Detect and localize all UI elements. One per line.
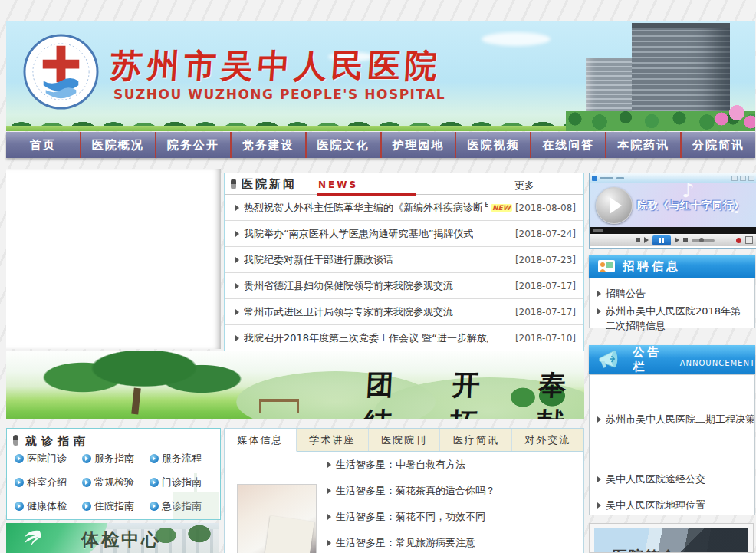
article-item[interactable]: 生活智多星：菊花茶真的适合你吗？ bbox=[327, 478, 577, 504]
player-seekbar[interactable] bbox=[590, 227, 756, 234]
next-icon[interactable] bbox=[675, 237, 679, 243]
news-item[interactable]: 我院召开2018年度第三次党委工作会议 暨“进一步解放思想 [2018-07-1… bbox=[225, 325, 583, 351]
news-title: 医院新闻 bbox=[242, 177, 297, 192]
nav-item-pharmacy[interactable]: 本院药讯 bbox=[605, 132, 680, 158]
window-minimize-icon[interactable] bbox=[731, 176, 738, 181]
guide-item-departments[interactable]: 科室介绍 bbox=[15, 476, 82, 489]
nav-item-party[interactable]: 党务建设 bbox=[230, 132, 305, 158]
article-list: 生活智多星：中暑自救有方法 生活智多星：菊花茶真的适合你吗？ 生活智多星：菊花不… bbox=[327, 452, 577, 553]
nav-item-affairs[interactable]: 院务公开 bbox=[155, 132, 230, 158]
circle-arrow-icon bbox=[150, 502, 159, 511]
news-link[interactable]: 我院举办“南京医科大学医患沟通研究基地”揭牌仪式 bbox=[244, 227, 473, 241]
news-date: [2018-07-23] bbox=[515, 255, 576, 265]
guide-link[interactable]: 住院指南 bbox=[94, 499, 134, 513]
news-more-link[interactable]: 更多 bbox=[514, 179, 534, 193]
previous-icon[interactable] bbox=[644, 237, 649, 243]
news-link[interactable]: 热烈祝贺大外科主任陈革华主编的《新编外科疾病诊断与治 bbox=[244, 201, 488, 215]
settings-icon[interactable] bbox=[745, 236, 753, 244]
recruitment-link[interactable]: 苏州市吴中人民医院2018年第二次招聘信息 bbox=[606, 304, 750, 333]
announcement-link[interactable]: 苏州市吴中人民医院二期工程决策事 bbox=[606, 412, 754, 426]
news-date: [2018-08-08] bbox=[515, 202, 576, 213]
guide-link[interactable]: 服务流程 bbox=[162, 452, 202, 466]
news-item[interactable]: 我院纪委对新任干部进行廉政谈话 [2018-07-23] bbox=[225, 247, 583, 273]
announcement-subtitle: ANNOUNCEMENT bbox=[680, 359, 755, 367]
article-link[interactable]: 生活智多星：菊花茶真的适合你吗？ bbox=[336, 484, 495, 498]
nav-item-qa[interactable]: 在线问答 bbox=[530, 132, 605, 158]
announcement-link[interactable]: 吴中人民医院途经公交 bbox=[606, 472, 705, 486]
recruitment-link[interactable]: 招聘公告 bbox=[606, 286, 646, 301]
news-link[interactable]: 我院召开2018年度第三次党委工作会议 暨“进一步解放思想 bbox=[244, 331, 488, 345]
playlist-icon[interactable] bbox=[683, 238, 688, 242]
guide-item-outpatient[interactable]: 医院门诊 bbox=[15, 452, 82, 466]
guide-item-service-guide[interactable]: 服务指南 bbox=[82, 452, 150, 466]
tab-hospital-journal[interactable]: 医院院刊 bbox=[369, 429, 441, 451]
news-item[interactable]: 常州市武进区卫计局领导专家前来我院参观交流 [2018-07-17] bbox=[225, 299, 583, 325]
article-item[interactable]: 生活智多星：菊花不同，功效不同 bbox=[327, 504, 577, 530]
tab-external-exchange[interactable]: 对外交流 bbox=[512, 429, 583, 451]
recruitment-item[interactable]: 苏州市吴中人民医院2018年第二次招聘信息 bbox=[590, 304, 754, 333]
news-item[interactable]: 我院举办“南京医科大学医患沟通研究基地”揭牌仪式 [2018-07-24] bbox=[225, 221, 583, 247]
window-close-icon[interactable] bbox=[748, 176, 754, 181]
pause-button[interactable] bbox=[652, 235, 671, 245]
news-item[interactable]: 热烈祝贺大外科主任陈革华主编的《新编外科疾病诊断与治 NEW [2018-08-… bbox=[225, 195, 583, 221]
guide-item-lab-tests[interactable]: 常规检验 bbox=[82, 476, 150, 489]
bird-icon bbox=[18, 528, 41, 548]
guide-link[interactable]: 常规检验 bbox=[94, 476, 134, 489]
new-badge: NEW bbox=[491, 204, 512, 212]
news-link[interactable]: 我院纪委对新任干部进行廉政谈话 bbox=[244, 253, 393, 267]
guide-item-inpatient-guide[interactable]: 住院指南 bbox=[82, 499, 150, 513]
guide-item-service-flow[interactable]: 服务流程 bbox=[150, 452, 217, 466]
nav-item-branch[interactable]: 分院简讯 bbox=[680, 132, 755, 158]
announcement-item[interactable]: 苏州市吴中人民医院二期工程决策事 bbox=[590, 412, 754, 426]
page: 苏州市吴中人民医院 SUZHOU WUZHONG PEOPLE'S HOSPIT… bbox=[0, 0, 756, 553]
article-link[interactable]: 生活智多星：中暑自救有方法 bbox=[336, 458, 465, 472]
guide-link[interactable]: 健康体检 bbox=[27, 499, 67, 513]
nav-item-video[interactable]: 医院视频 bbox=[455, 132, 530, 158]
guide-header: 就诊指南 bbox=[7, 429, 220, 450]
news-item[interactable]: 贵州省德江县妇幼保健院领导前来我院参观交流 [2018-07-17] bbox=[225, 273, 583, 299]
play-icon bbox=[610, 197, 622, 214]
tab-lectures[interactable]: 学术讲座 bbox=[297, 429, 369, 451]
hospital-intro-image: 医院简介 bbox=[594, 528, 748, 553]
article-item[interactable]: 生活智多星：中暑自救有方法 bbox=[327, 452, 577, 478]
tab-medical-briefs[interactable]: 医疗简讯 bbox=[440, 429, 512, 451]
volume-slider[interactable] bbox=[692, 239, 715, 242]
announcement-item[interactable]: 吴中人民医院途经公交 bbox=[590, 472, 754, 486]
article-link[interactable]: 生活智多星：常见旅游病要注意 bbox=[336, 536, 475, 550]
record-icon[interactable] bbox=[736, 238, 741, 243]
checkup-center-banner[interactable]: 体检中心 bbox=[6, 523, 219, 553]
window-maximize-icon[interactable] bbox=[740, 176, 746, 181]
nav-item-overview[interactable]: 医院概况 bbox=[80, 132, 155, 158]
article-link[interactable]: 生活智多星：菊花不同，功效不同 bbox=[336, 510, 485, 524]
nav-item-nursing[interactable]: 护理园地 bbox=[380, 132, 455, 158]
player-controls bbox=[590, 234, 756, 246]
announcement-item[interactable]: 吴中人民医院地理位置 bbox=[590, 498, 754, 512]
triangle-bullet-icon bbox=[597, 308, 601, 314]
stop-icon[interactable] bbox=[636, 238, 640, 242]
tab-media-info[interactable]: 媒体信息 bbox=[225, 429, 297, 452]
news-link[interactable]: 贵州省德江县妇幼保健院领导前来我院参观交流 bbox=[244, 279, 453, 293]
news-subtitle: NEWS bbox=[318, 179, 358, 190]
video-title: 院歌《与红十字同行》 bbox=[637, 199, 744, 212]
checkup-center-label: 体检中心 bbox=[81, 528, 161, 551]
guide-link[interactable]: 医院门诊 bbox=[27, 452, 67, 466]
news-link[interactable]: 常州市武进区卫计局领导专家前来我院参观交流 bbox=[244, 305, 453, 319]
play-button[interactable] bbox=[596, 187, 633, 224]
news-date: [2018-07-10] bbox=[515, 333, 576, 344]
nav-item-culture[interactable]: 医院文化 bbox=[305, 132, 380, 158]
guide-link[interactable]: 服务指南 bbox=[94, 452, 134, 466]
hospital-logo[interactable] bbox=[23, 34, 99, 110]
nav-item-home[interactable]: 首页 bbox=[6, 132, 80, 158]
hospital-intro-panel[interactable]: 医院简介 bbox=[589, 523, 754, 553]
cloud-decoration bbox=[482, 32, 551, 46]
circle-arrow-icon bbox=[150, 478, 159, 487]
circle-arrow-icon bbox=[82, 478, 91, 487]
guide-item-checkup[interactable]: 健康体检 bbox=[15, 499, 82, 513]
player-app-icon bbox=[592, 176, 597, 181]
announcement-link[interactable]: 吴中人民医院地理位置 bbox=[606, 498, 705, 512]
recruitment-item[interactable]: 招聘公告 bbox=[590, 286, 754, 301]
article-item[interactable]: 生活智多星：常见旅游病要注意 bbox=[327, 530, 577, 553]
guide-link[interactable]: 科室介绍 bbox=[27, 476, 67, 489]
recruitment-list: 招聘公告 苏州市吴中人民医院2018年第二次招聘信息 bbox=[589, 278, 755, 328]
site-header: 苏州市吴中人民医院 SUZHOU WUZHONG PEOPLE'S HOSPIT… bbox=[6, 21, 755, 131]
